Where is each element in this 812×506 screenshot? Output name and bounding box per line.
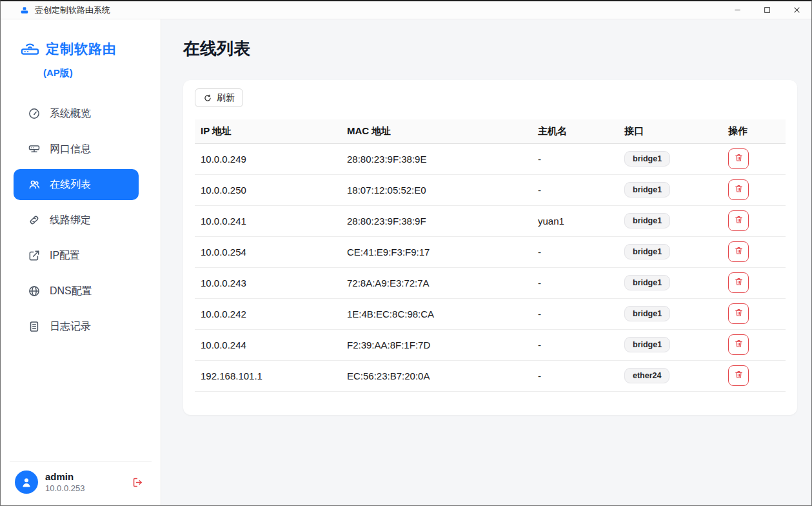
actions-cell [722,236,786,267]
table-row: 10.0.0.24128:80:23:9F:38:9Fyuan1bridge1 [195,205,786,236]
app-window: 壹创定制软路由系统 [0,0,812,506]
trash-icon [734,277,744,288]
delete-button[interactable] [728,210,749,231]
actions-cell [722,205,786,236]
delete-button[interactable] [728,179,749,200]
actions-cell [722,360,786,391]
sidebar-item-label: DNS配置 [50,285,92,298]
avatar [15,471,38,494]
delete-button[interactable] [728,334,749,355]
minimize-button[interactable] [722,1,752,19]
ip-cell: 10.0.0.243 [195,267,341,298]
mac-cell: 28:80:23:9F:38:9F [341,205,532,236]
link-icon [28,214,41,227]
refresh-icon [203,94,212,103]
sidebar-item-online-list[interactable]: 在线列表 [14,169,139,200]
window-title: 壹创定制软路由系统 [35,5,110,16]
sidebar-item-line-binding[interactable]: 线路绑定 [14,205,139,236]
mac-cell: EC:56:23:B7:20:0A [341,360,532,391]
sidebar-item-label: 网口信息 [50,143,91,156]
interface-cell: bridge1 [619,236,722,267]
table-row: 10.0.0.244F2:39:AA:8F:1F:7D-bridge1 [195,329,786,360]
delete-button[interactable] [728,241,749,262]
sidebar-item-label: 线路绑定 [50,214,91,227]
titlebar: 壹创定制软路由系统 [1,1,811,19]
user-ip: 10.0.0.253 [45,483,84,493]
logo-title: 定制软路由 [46,40,117,58]
ip-cell: 10.0.0.254 [195,236,341,267]
trash-icon [734,184,744,196]
trash-icon [734,153,744,165]
table-header-row: IP 地址MAC 地址主机名接口操作 [195,119,786,143]
sidebar-item-interface-info[interactable]: 网口信息 [14,134,139,165]
table-row: 10.0.0.25018:07:12:05:52:E0-bridge1 [195,174,786,205]
trash-icon [734,370,744,381]
maximize-icon [764,6,771,14]
interface-badge: bridge1 [624,182,670,197]
delete-button[interactable] [728,303,749,324]
actions-cell [722,329,786,360]
interface-cell: bridge1 [619,143,722,174]
actions-cell [722,298,786,329]
interface-cell: bridge1 [619,205,722,236]
hostname-cell: - [532,267,619,298]
app-logo: 定制软路由 [1,19,161,59]
column-header: 接口 [619,119,722,143]
table-body: 10.0.0.24928:80:23:9F:38:9E-bridge110.0.… [195,143,786,391]
actions-cell [722,143,786,174]
sidebar-item-ip-config[interactable]: IP配置 [14,240,139,271]
user-footer: admin 10.0.0.253 [10,461,152,505]
logout-button[interactable] [129,474,146,491]
user-icon [19,475,34,489]
table-row: 10.0.0.2421E:4B:EC:8C:98:CA-bridge1 [195,298,786,329]
hostname-cell: - [532,143,619,174]
hostname-cell: - [532,360,619,391]
interface-cell: bridge1 [619,329,722,360]
maximize-button[interactable] [752,1,782,19]
delete-button[interactable] [728,272,749,293]
trash-icon [734,215,744,227]
mac-cell: CE:41:E9:F3:F9:17 [341,236,532,267]
mac-cell: 18:07:12:05:52:E0 [341,174,532,205]
window-controls [722,1,811,19]
gauge-icon [28,107,41,120]
page-title: 在线列表 [183,37,796,60]
globe-icon [28,285,41,298]
sidebar-item-label: 系统概览 [50,107,91,121]
user-name: admin [45,471,84,483]
table-row: 192.168.101.1EC:56:23:B7:20:0A-ether24 [195,360,786,391]
table-row: 10.0.0.24372:8A:A9:E3:72:7A-bridge1 [195,267,786,298]
interface-cell: bridge1 [619,174,722,205]
hostname-cell: yuan1 [532,205,619,236]
sidebar-item-system-overview[interactable]: 系统概览 [14,98,139,129]
delete-button[interactable] [728,365,749,386]
interface-badge: bridge1 [624,213,670,228]
app-body: 定制软路由 (AP版) 系统概览网口信息在线列表线路绑定IP配置DNS配置日志记… [1,19,811,505]
log-icon [28,320,41,333]
table-row: 10.0.0.254CE:41:E9:F3:F9:17-bridge1 [195,236,786,267]
interface-badge: bridge1 [624,306,670,321]
sidebar-item-dns-config[interactable]: DNS配置 [14,276,139,307]
interface-cell: bridge1 [619,298,722,329]
mac-cell: 1E:4B:EC:8C:98:CA [341,298,532,329]
users-icon [28,178,41,191]
column-header: MAC 地址 [341,119,532,143]
actions-cell [722,174,786,205]
refresh-button[interactable]: 刷新 [195,88,243,107]
interface-badge: bridge1 [624,275,670,290]
close-button[interactable] [782,1,811,19]
table-row: 10.0.0.24928:80:23:9F:38:9E-bridge1 [195,143,786,174]
sidebar-item-log-records[interactable]: 日志记录 [14,311,139,342]
interface-badge: ether24 [624,368,669,383]
main-content: 在线列表 刷新 IP 地址MAC 地址主机名接口操作 10.0.0.24928:… [161,19,811,505]
delete-button[interactable] [728,148,749,169]
router-icon [20,39,40,59]
mac-cell: 28:80:23:9F:38:9E [341,143,532,174]
interface-cell: bridge1 [619,267,722,298]
hostname-cell: - [532,236,619,267]
ip-cell: 10.0.0.249 [195,143,341,174]
ip-cell: 10.0.0.250 [195,174,341,205]
minimize-icon [734,6,741,14]
interface-badge: bridge1 [624,244,670,259]
sidebar-item-label: IP配置 [50,249,80,263]
